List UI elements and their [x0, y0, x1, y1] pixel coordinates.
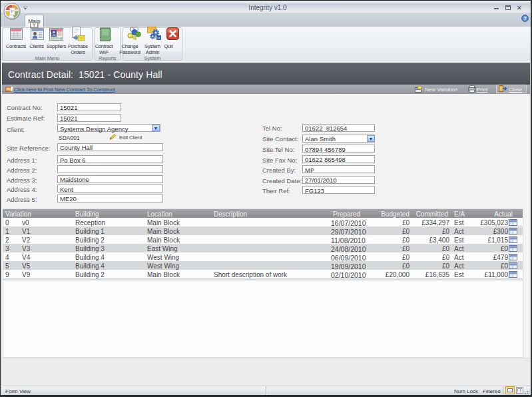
svg-text:?: ? — [523, 15, 527, 21]
svg-text:F: F — [11, 9, 14, 15]
